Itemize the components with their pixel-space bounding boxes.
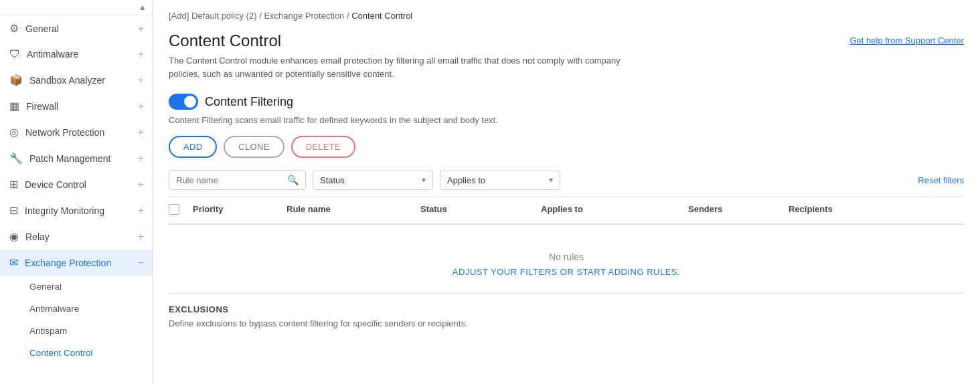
- sidebar-item-patch-management[interactable]: 🔧 Patch Management +: [0, 145, 152, 171]
- collapse-icon: −: [138, 257, 144, 269]
- status-filter[interactable]: Status ▾: [313, 171, 433, 190]
- delete-button[interactable]: DELETE: [291, 136, 355, 158]
- scroll-up-button[interactable]: ▲: [139, 3, 147, 12]
- content-area: Content Control Get help from Support Ce…: [153, 26, 980, 345]
- sidebar-item-label: Exchange Protection: [25, 258, 111, 268]
- sidebar-item-label: Patch Management: [29, 153, 110, 164]
- reset-filters-link[interactable]: Reset filters: [918, 175, 964, 185]
- firewall-icon: ▦: [9, 100, 19, 112]
- sidebar-item-integrity-monitoring[interactable]: ⊟ Integrity Monitoring +: [0, 197, 152, 223]
- sidebar-subitem-ep-content-control[interactable]: Content Control: [0, 342, 152, 364]
- breadcrumb-part2: Exchange Protection: [264, 11, 344, 21]
- expand-icon: +: [138, 100, 144, 112]
- status-column-header: Status: [420, 204, 541, 217]
- action-buttons: ADD CLONE DELETE: [169, 136, 964, 158]
- search-icon: 🔍: [287, 175, 299, 185]
- expand-icon: +: [138, 153, 144, 165]
- sidebar-item-label: Network Protection: [25, 127, 104, 138]
- toggle-slider: [169, 94, 198, 110]
- sandbox-icon: 📦: [9, 74, 23, 86]
- rules-table: Priority Rule name Status Applies to Sen…: [169, 197, 964, 290]
- breadcrumb-current: Content Control: [351, 11, 412, 21]
- main-content: [Add] Default policy (2) / Exchange Prot…: [153, 0, 980, 384]
- expand-icon: +: [138, 23, 144, 35]
- select-all-checkbox[interactable]: [169, 204, 179, 215]
- page-description: The Content Control module enhances emai…: [169, 54, 637, 80]
- checkbox-column-header: [169, 204, 193, 217]
- sidebar: ▲ ⚙ General + 🛡 Antimalware + 📦 Sandbox …: [0, 0, 153, 384]
- expand-icon: +: [138, 48, 144, 60]
- relay-icon: ◉: [9, 230, 19, 243]
- page-header: Content Control Get help from Support Ce…: [169, 31, 964, 50]
- exclusions-description: Define exclusions to bypass content filt…: [169, 318, 964, 328]
- expand-icon: +: [138, 231, 144, 243]
- sidebar-item-exchange-protection[interactable]: ✉ Exchange Protection −: [0, 250, 152, 276]
- filters-bar: 🔍 Status ▾ Applies to ▾ Reset filters: [169, 170, 964, 197]
- applies-to-filter[interactable]: Applies to ▾: [440, 171, 560, 190]
- table-header: Priority Rule name Status Applies to Sen…: [169, 197, 964, 225]
- table-empty-state: No rules ADJUST YOUR FILTERS OR START AD…: [169, 225, 964, 290]
- page-title: Content Control: [169, 31, 281, 50]
- recipients-column-header: Recipients: [789, 204, 964, 217]
- applies-to-column-header: Applies to: [541, 204, 688, 217]
- sidebar-item-label: General: [25, 23, 59, 34]
- content-filtering-section-header: Content Filtering: [169, 94, 964, 110]
- adjust-filters-link[interactable]: ADJUST YOUR FILTERS OR START ADDING RULE…: [453, 267, 680, 277]
- shield-icon: 🛡: [9, 48, 20, 60]
- rule-name-search[interactable]: 🔍: [169, 170, 306, 190]
- subitem-label: Content Control: [29, 348, 93, 358]
- sidebar-item-label: Relay: [25, 231, 50, 242]
- content-filtering-desc: Content Filtering scans email traffic fo…: [169, 115, 964, 125]
- content-filtering-title: Content Filtering: [205, 95, 293, 109]
- sidebar-item-sandbox-analyzer[interactable]: 📦 Sandbox Analyzer +: [0, 67, 152, 93]
- sidebar-item-antimalware[interactable]: 🛡 Antimalware +: [0, 41, 152, 67]
- sidebar-item-label: Antimalware: [27, 49, 78, 60]
- sidebar-item-label: Integrity Monitoring: [25, 205, 104, 216]
- content-filtering-toggle[interactable]: [169, 94, 198, 110]
- sidebar-item-label: Firewall: [26, 101, 58, 112]
- patch-icon: 🔧: [9, 152, 23, 165]
- sidebar-item-relay[interactable]: ◉ Relay +: [0, 223, 152, 250]
- senders-column-header: Senders: [688, 204, 789, 217]
- chevron-down-icon: ▾: [549, 175, 553, 185]
- priority-column-header: Priority: [193, 204, 287, 217]
- subitem-label: General: [29, 282, 62, 292]
- rule-name-column-header: Rule name: [287, 204, 420, 217]
- sidebar-item-label: Device Control: [25, 179, 86, 190]
- integrity-icon: ⊟: [9, 204, 18, 217]
- device-icon: ⊞: [9, 178, 18, 191]
- exclusions-section: EXCLUSIONS Define exclusions to bypass c…: [169, 293, 964, 328]
- status-filter-label: Status: [320, 175, 345, 185]
- sidebar-item-device-control[interactable]: ⊞ Device Control +: [0, 171, 152, 197]
- exchange-protection-subitems: General Antimalware Antispam Content Con…: [0, 276, 152, 364]
- expand-icon: +: [138, 179, 144, 191]
- expand-icon: +: [138, 126, 144, 138]
- no-rules-message: No rules: [169, 252, 964, 262]
- exclusions-title: EXCLUSIONS: [169, 304, 964, 314]
- subitem-label: Antimalware: [29, 304, 79, 314]
- network-icon: ◎: [9, 126, 19, 138]
- sidebar-item-firewall[interactable]: ▦ Firewall +: [0, 93, 152, 119]
- rule-name-input[interactable]: [176, 175, 283, 185]
- gear-icon: ⚙: [9, 22, 19, 35]
- chevron-down-icon: ▾: [422, 175, 426, 185]
- clone-button[interactable]: CLONE: [224, 136, 284, 158]
- subitem-label: Antispam: [29, 326, 67, 336]
- exchange-icon: ✉: [9, 256, 18, 269]
- sidebar-scroll-up[interactable]: ▲: [0, 0, 152, 15]
- sidebar-subitem-ep-general[interactable]: General: [0, 276, 152, 298]
- sidebar-item-general[interactable]: ⚙ General +: [0, 15, 152, 41]
- sidebar-subitem-ep-antimalware[interactable]: Antimalware: [0, 298, 152, 320]
- breadcrumb-part1: [Add] Default policy (2): [169, 11, 257, 21]
- sidebar-item-label: Sandbox Analyzer: [29, 75, 105, 86]
- applies-to-filter-label: Applies to: [447, 175, 485, 185]
- help-link[interactable]: Get help from Support Center: [849, 35, 964, 45]
- expand-icon: +: [138, 74, 144, 86]
- breadcrumb: [Add] Default policy (2) / Exchange Prot…: [153, 0, 980, 26]
- sidebar-subitem-ep-antispam[interactable]: Antispam: [0, 320, 152, 342]
- add-button[interactable]: ADD: [169, 136, 217, 158]
- sidebar-item-network-protection[interactable]: ◎ Network Protection +: [0, 119, 152, 145]
- expand-icon: +: [138, 205, 144, 217]
